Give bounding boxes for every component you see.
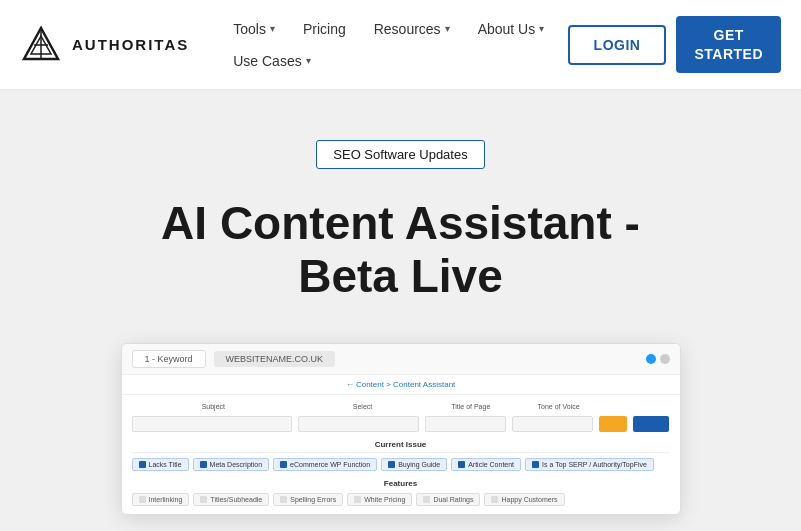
col-subject: Subject <box>132 403 296 410</box>
sc-feature-chip-3[interactable]: White Pricing <box>347 493 412 506</box>
col-select: Select <box>301 403 424 410</box>
sc-body: Subject Select Title of Page Tone of Voi… <box>122 395 680 514</box>
sc-title-select[interactable] <box>425 416 506 432</box>
sc-tab-keyword: 1 - Keyword <box>132 350 206 368</box>
sc-chip-5[interactable]: Is a Top SERP / Authority/TopFive <box>525 458 654 471</box>
sc-feature-chip-2[interactable]: Spelling Errors <box>273 493 343 506</box>
nav-item-use-cases[interactable]: Use Cases ▾ <box>219 45 324 77</box>
sc-issue-chips: Lacks Title Meta Description eCommerce W… <box>132 458 670 471</box>
col-tone: Tone of Voice <box>518 403 600 410</box>
sc-feature-chips: Interlinking Titles/Subheadle Spelling E… <box>132 493 670 506</box>
sc-chip-3[interactable]: Buying Guide <box>381 458 447 471</box>
nav-item-pricing[interactable]: Pricing <box>289 13 360 45</box>
sc-feature-chip-1[interactable]: Titles/Subheadle <box>193 493 269 506</box>
col-title: Title of Page <box>430 403 512 410</box>
sc-input-row <box>132 416 670 432</box>
seo-badge[interactable]: SEO Software Updates <box>316 140 484 169</box>
sc-feature-chip-4[interactable]: Dual Ratings <box>416 493 480 506</box>
sc-corner-icons <box>646 354 670 364</box>
sc-feature-chip-0[interactable]: Interlinking <box>132 493 190 506</box>
sc-features-label: Features <box>132 479 670 488</box>
logo[interactable]: AUTHORITAS <box>20 24 189 66</box>
sc-current-issue-label: Current Issue <box>132 440 670 453</box>
sc-chip-2[interactable]: eCommerce WP Function <box>273 458 377 471</box>
nav-links: Tools ▾ Pricing Resources ▾ About Us ▾ U… <box>219 13 567 77</box>
sc-topbar: 1 - Keyword WEBSITENAME.CO.UK <box>122 344 680 375</box>
sc-subject-input[interactable] <box>132 416 293 432</box>
navbar-right: LOGIN GET STARTED <box>568 16 781 72</box>
nav-item-about-us[interactable]: About Us ▾ <box>464 13 559 45</box>
chevron-down-icon: ▾ <box>306 55 311 66</box>
sc-chip-0[interactable]: Lacks Title <box>132 458 189 471</box>
sc-dot-blue <box>646 354 656 364</box>
sc-orange-button[interactable] <box>599 416 627 432</box>
nav-item-tools[interactable]: Tools ▾ <box>219 13 289 45</box>
logo-icon <box>20 24 62 66</box>
sc-dot-grey <box>660 354 670 364</box>
hero-title: AI Content Assistant - Beta Live <box>161 197 640 303</box>
navbar: AUTHORITAS Tools ▾ Pricing Resources ▾ A… <box>0 0 801 90</box>
login-button[interactable]: LOGIN <box>568 25 667 65</box>
sc-tone-select[interactable] <box>512 416 593 432</box>
chevron-down-icon: ▾ <box>539 23 544 34</box>
chevron-down-icon: ▾ <box>445 23 450 34</box>
sc-column-headers: Subject Select Title of Page Tone of Voi… <box>132 403 670 410</box>
chevron-down-icon: ▾ <box>270 23 275 34</box>
sc-chip-4[interactable]: Article Content <box>451 458 521 471</box>
nav-item-resources[interactable]: Resources ▾ <box>360 13 464 45</box>
sc-tab-website: WEBSITENAME.CO.UK <box>214 351 336 367</box>
sc-chip-1[interactable]: Meta Description <box>193 458 270 471</box>
sc-blue-button[interactable] <box>633 416 669 432</box>
navbar-left: AUTHORITAS Tools ▾ Pricing Resources ▾ A… <box>20 13 568 77</box>
get-started-button[interactable]: GET STARTED <box>676 16 781 72</box>
screenshot-preview: 1 - Keyword WEBSITENAME.CO.UK ← Content … <box>121 343 681 515</box>
sc-feature-chip-5[interactable]: Happy Customers <box>484 493 564 506</box>
sc-breadcrumb: ← Content > Content Assistant <box>122 375 680 395</box>
logo-text: AUTHORITAS <box>72 36 189 53</box>
hero-section: SEO Software Updates AI Content Assistan… <box>0 90 801 531</box>
sc-select-input[interactable] <box>298 416 419 432</box>
